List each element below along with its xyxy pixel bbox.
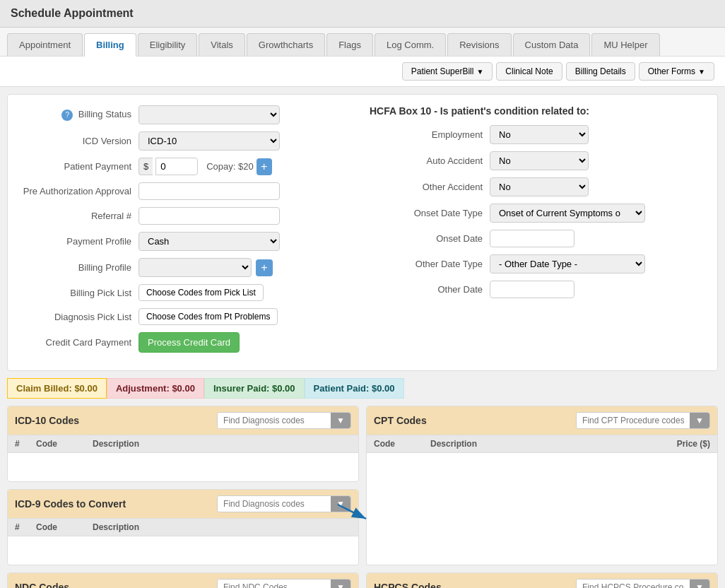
hcpcs-find-input[interactable] — [577, 580, 690, 588]
billing-status-info-icon[interactable]: ? — [61, 110, 73, 121]
ndc-panel: NDC Codes ▼ NDC Code Quantity Units Line… — [7, 572, 359, 588]
ndc-find-group[interactable]: ▼ — [217, 579, 351, 588]
onset-date-type-select[interactable]: Onset of Current Symptoms o — [490, 204, 645, 223]
process-credit-card-button[interactable]: Process Credit Card — [138, 332, 240, 353]
billing-details-button[interactable]: Billing Details — [566, 62, 635, 81]
icd10-col-headers: # Code Description — [8, 435, 358, 453]
other-date-input[interactable] — [490, 281, 574, 298]
other-accident-label: Other Accident — [370, 182, 483, 192]
icd10-title: ICD-10 Codes — [15, 415, 79, 426]
onset-date-input[interactable] — [490, 230, 574, 247]
icd-version-select[interactable]: ICD-10 — [138, 131, 280, 151]
billing-profile-row: Billing Profile + — [18, 258, 355, 277]
billing-picklist-row: Billing Pick List Choose Codes from Pick… — [18, 284, 355, 301]
action-bar: Patient SuperBill ▼ Clinical Note Billin… — [0, 57, 725, 87]
credit-card-row: Credit Card Payment Process Credit Card — [18, 332, 355, 353]
patient-superbill-button[interactable]: Patient SuperBill ▼ — [402, 62, 493, 81]
hcpcs-panel: HCPCS Codes ▼ Code Description Price ($)… — [366, 572, 718, 588]
insurer-paid-summary: Insurer Paid: $0.00 — [204, 378, 305, 399]
employment-row: Employment No — [370, 125, 707, 144]
tab-log-comm[interactable]: Log Comm. — [375, 33, 446, 56]
referral-row: Referral # — [18, 207, 355, 225]
payment-profile-select[interactable]: Cash — [138, 232, 280, 251]
clinical-note-button[interactable]: Clinical Note — [496, 62, 562, 81]
billing-right-column: HCFA Box 10 - Is patient's condition rel… — [370, 105, 707, 360]
auto-accident-label: Auto Accident — [370, 155, 483, 166]
icd10-find-group[interactable]: ▼ — [217, 412, 351, 429]
patient-paid-summary: Patient Paid: $0.00 — [305, 378, 404, 399]
icd10-find-button[interactable]: ▼ — [331, 413, 350, 428]
other-forms-button[interactable]: Other Forms ▼ — [639, 62, 714, 81]
tab-custom-data[interactable]: Custom Data — [513, 33, 591, 56]
tab-billing[interactable]: Billing — [84, 33, 136, 57]
patient-payment-label: Patient Payment — [18, 161, 131, 172]
diagnosis-picklist-row: Diagnosis Pick List Choose Codes from Pt… — [18, 308, 355, 325]
cpt-find-input[interactable] — [577, 413, 690, 428]
billing-picklist-button[interactable]: Choose Codes from Pick List — [138, 284, 264, 301]
other-accident-select[interactable]: No — [490, 177, 589, 196]
billing-profile-select[interactable] — [138, 258, 252, 277]
other-date-type-label: Other Date Type — [370, 259, 483, 269]
tab-revisions[interactable]: Revisions — [447, 33, 511, 56]
tab-appointment[interactable]: Appointment — [7, 33, 83, 56]
hcpcs-panel-header: HCPCS Codes ▼ — [367, 573, 717, 588]
hcpcs-find-group[interactable]: ▼ — [576, 579, 710, 588]
icd-version-label: ICD Version — [18, 136, 131, 146]
other-accident-row: Other Accident No — [370, 177, 707, 196]
payment-add-button[interactable]: + — [257, 158, 272, 175]
billing-form: ? Billing Status ICD Version ICD-10 Pati… — [7, 94, 718, 371]
ndc-find-button[interactable]: ▼ — [331, 580, 350, 588]
pre-auth-input[interactable] — [138, 182, 280, 200]
codes-section: ICD-10 Codes ▼ # Code Description ICD-9 … — [7, 406, 718, 588]
cpt-find-button[interactable]: ▼ — [690, 413, 709, 428]
tab-eligibility[interactable]: Eligibility — [138, 33, 198, 56]
billing-status-label: ? Billing Status — [18, 109, 131, 121]
patient-payment-input[interactable] — [155, 158, 198, 175]
auto-accident-row: Auto Accident No — [370, 151, 707, 170]
adjustment-summary: Adjustment: $0.00 — [107, 378, 204, 399]
icd9-panel: ICD-9 Codes to Convert ▼ # Code Descript… — [7, 489, 359, 565]
payment-profile-row: Payment Profile Cash — [18, 232, 355, 251]
billing-profile-add-button[interactable]: + — [256, 259, 273, 276]
tab-vitals[interactable]: Vitals — [199, 33, 245, 56]
diagnosis-picklist-button[interactable]: Choose Codes from Pt Problems — [138, 308, 278, 325]
hcpcs-find-button[interactable]: ▼ — [690, 580, 709, 588]
other-date-row: Other Date — [370, 281, 707, 298]
icd10-panel-header: ICD-10 Codes ▼ — [8, 406, 358, 435]
icd10-panel-body — [8, 453, 358, 481]
billing-picklist-label: Billing Pick List — [18, 288, 131, 298]
other-date-type-select[interactable]: - Other Date Type - — [490, 254, 645, 274]
employment-label: Employment — [370, 129, 483, 140]
icd10-col-code: Code — [36, 439, 93, 449]
referral-input[interactable] — [138, 207, 280, 225]
hcpcs-title: HCPCS Codes — [374, 582, 442, 588]
other-forms-caret-icon: ▼ — [698, 68, 705, 76]
cpt-panel-body — [367, 453, 717, 481]
icd9-col-num: # — [15, 522, 36, 532]
cpt-title: CPT Codes — [374, 415, 427, 426]
credit-card-label: Credit Card Payment — [18, 337, 131, 348]
icd9-panel-body — [8, 536, 358, 565]
ndc-find-input[interactable] — [218, 580, 331, 588]
icd9-col-desc: Description — [93, 522, 351, 532]
icd9-title: ICD-9 Codes to Convert — [15, 498, 126, 510]
tab-mu-helper[interactable]: MU Helper — [591, 33, 659, 56]
cpt-find-group[interactable]: ▼ — [576, 412, 710, 429]
billing-status-row: ? Billing Status — [18, 105, 355, 124]
auto-accident-select[interactable]: No — [490, 151, 589, 170]
icd10-col-desc: Description — [93, 439, 351, 449]
onset-date-row: Onset Date — [370, 230, 707, 247]
hcfa-title: HCFA Box 10 - Is patient's condition rel… — [370, 105, 707, 117]
tab-growthcharts[interactable]: Growthcharts — [247, 33, 325, 56]
onset-date-type-row: Onset Date Type Onset of Current Symptom… — [370, 204, 707, 223]
icd9-find-input[interactable] — [218, 496, 331, 512]
cpt-panel: CPT Codes ▼ Code Description Price ($) — [366, 406, 718, 565]
diagnosis-picklist-label: Diagnosis Pick List — [18, 312, 131, 322]
icd10-find-input[interactable] — [218, 413, 331, 428]
tab-flags[interactable]: Flags — [326, 33, 373, 56]
page-header: Schedule Appointment — [0, 0, 725, 28]
billing-status-select[interactable] — [138, 105, 280, 124]
employment-select[interactable]: No — [490, 125, 589, 144]
icd9-find-group[interactable]: ▼ — [217, 495, 351, 512]
icd9-col-headers: # Code Description — [8, 519, 358, 536]
